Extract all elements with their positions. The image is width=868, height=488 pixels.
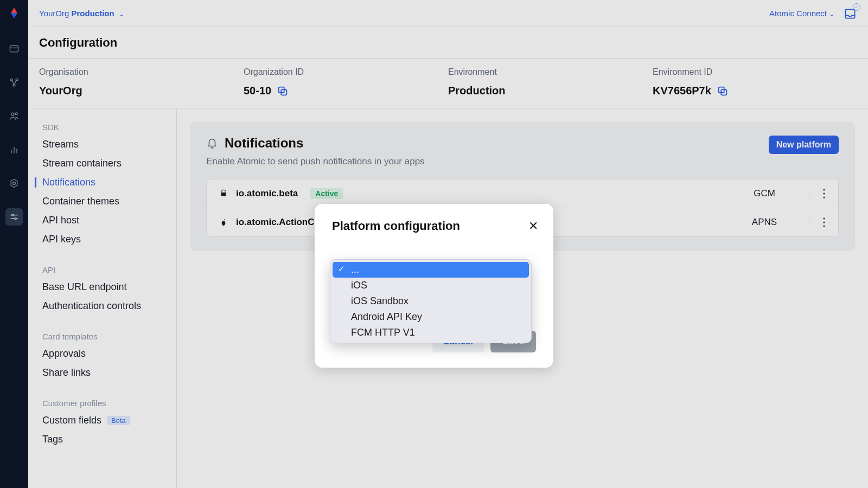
modal-title: Platform configuration	[332, 219, 536, 233]
select-option[interactable]: ...	[333, 262, 529, 278]
select-option[interactable]: FCM HTTP V1	[333, 325, 529, 341]
select-option[interactable]: iOS Sandbox	[333, 293, 529, 309]
close-icon[interactable]: ✕	[528, 219, 538, 233]
select-option[interactable]: Android API Key	[333, 309, 529, 325]
platform-select-popup: ... iOS iOS Sandbox Android API Key FCM …	[330, 259, 532, 343]
select-option[interactable]: iOS	[333, 278, 529, 293]
